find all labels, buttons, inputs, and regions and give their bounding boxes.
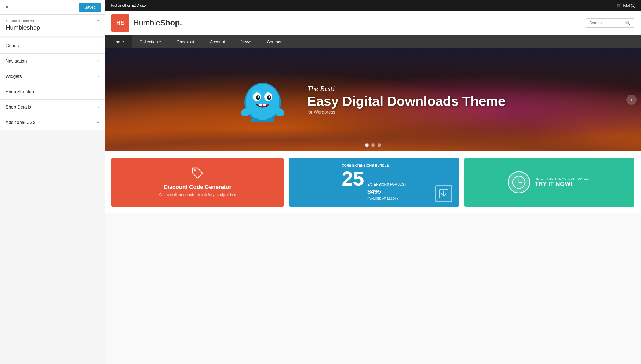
customizer-label: REAL-TIME THEME CUSTOMIZER	[535, 177, 591, 180]
customizing-title: Humbleshop	[6, 24, 99, 31]
extensions-badge: CORE EXTENSIONS BUNDLE	[342, 164, 406, 167]
nav-item-account[interactable]: Account	[202, 35, 233, 48]
product-card-extensions[interactable]: CORE EXTENSIONS BUNDLE 25 EXTENSIONS FOR…	[289, 158, 459, 207]
nav-item-home[interactable]: Home	[105, 35, 132, 48]
products-section: Discount Code Generator Generate discoun…	[105, 151, 641, 213]
menu-item-label: Navigation	[6, 59, 27, 64]
cart-info[interactable]: 🛒 Total (1)	[616, 3, 635, 8]
extensions-info: EXTENSIONS FOR JUST $495 ( valued at $2,…	[367, 182, 406, 201]
logo-container: HS HumbleShop.	[111, 14, 182, 32]
product-card-discount[interactable]: Discount Code Generator Generate discoun…	[111, 158, 284, 207]
menu-item-label: Shop Structure	[6, 89, 35, 94]
svg-point-1	[246, 84, 279, 120]
card-description: Generate discount codes in bulk for your…	[159, 193, 236, 197]
nav-label: Collection	[139, 39, 158, 44]
customizing-label: You are customizing ▾	[6, 19, 99, 23]
svg-point-7	[258, 96, 259, 98]
customizer-text: REAL-TIME THEME CUSTOMIZER TRY IT NOW!	[535, 177, 591, 188]
hero-subtitle: for Wordpress	[307, 110, 506, 115]
hero-tagline: The Best!	[307, 85, 506, 93]
menu-item-label: Widgets	[6, 74, 22, 79]
chevron-right-icon: ›	[98, 90, 99, 94]
search-box[interactable]: 🔍	[586, 18, 634, 28]
site-topbar: Just another EDD site 🛒 Total (1)	[105, 0, 641, 11]
svg-point-6	[267, 95, 271, 100]
hero-content: The Best! Easy Digital Downloads Theme f…	[224, 72, 523, 128]
card-title: Discount Code Generator	[164, 184, 231, 190]
nav-item-checkout[interactable]: Checkout	[169, 35, 202, 48]
chevron-down-icon: ▾	[97, 59, 99, 63]
slider-dots	[365, 143, 381, 147]
nav-label: Contact	[267, 39, 281, 44]
site-title: Just another EDD site	[110, 3, 146, 8]
nav-label: Account	[210, 39, 225, 44]
site-preview: Just another EDD site 🛒 Total (1) HS Hum…	[105, 0, 641, 364]
nav-label: Checkout	[177, 39, 194, 44]
menu-item-additional-css[interactable]: Additional CSS ▾	[0, 115, 105, 130]
menu-item-label: Shop Details	[6, 105, 31, 110]
hero-text: The Best! Easy Digital Downloads Theme f…	[307, 85, 506, 115]
hero-title: Easy Digital Downloads Theme	[307, 94, 506, 109]
nav-item-news[interactable]: News	[233, 35, 259, 48]
logo-text-part2: Shop.	[160, 18, 182, 27]
site-nav: Home Collection ▾ Checkout Account News …	[105, 35, 641, 48]
chevron-right-icon: ›	[98, 105, 99, 109]
tag-icon	[191, 167, 204, 182]
svg-point-15	[194, 169, 196, 171]
chevron-down-icon: ▾	[97, 120, 99, 125]
menu-item-navigation[interactable]: Navigation ▾	[0, 54, 105, 69]
logo-text-part1: Humble	[133, 18, 160, 27]
svg-rect-9	[259, 104, 262, 106]
customizer-panel: × Saved You are customizing ▾ Humbleshop…	[0, 0, 105, 364]
nav-item-contact[interactable]: Contact	[259, 35, 289, 48]
menu-item-general[interactable]: General ›	[0, 38, 105, 54]
search-input[interactable]	[589, 21, 623, 25]
menu-item-label: General	[6, 43, 22, 48]
dropdown-arrow-icon: ▾	[159, 40, 161, 44]
chevron-right-icon: ›	[98, 74, 99, 79]
menu-item-label: Additional CSS	[6, 120, 36, 125]
product-card-customizer[interactable]: REAL-TIME THEME CUSTOMIZER TRY IT NOW!	[464, 158, 634, 207]
slider-dot-1[interactable]	[365, 143, 369, 147]
extensions-price: $495	[367, 187, 406, 196]
site-header: HS HumbleShop. 🔍	[105, 11, 641, 35]
logo-icon[interactable]: HS	[111, 14, 129, 32]
nav-label: Home	[113, 39, 124, 44]
chevron-down-icon[interactable]: ▾	[97, 19, 99, 23]
download-icon-box	[435, 185, 452, 202]
monster-svg	[240, 72, 285, 122]
nav-label: News	[241, 39, 251, 44]
chevron-right-icon: ›	[98, 44, 99, 48]
hero-slider: The Best! Easy Digital Downloads Theme f…	[105, 48, 641, 151]
hero-mascot	[240, 72, 296, 128]
top-bar: × Saved	[0, 0, 105, 15]
saved-button[interactable]: Saved	[79, 3, 101, 12]
extensions-count: 25	[342, 169, 364, 189]
search-icon[interactable]: 🔍	[625, 20, 631, 26]
extensions-label: EXTENSIONS FOR JUST	[367, 182, 406, 187]
menu-item-shop-structure[interactable]: Shop Structure ›	[0, 84, 105, 100]
customizing-section: You are customizing ▾ Humbleshop	[0, 15, 105, 36]
site-content: Just another EDD site 🛒 Total (1) HS Hum…	[105, 0, 641, 364]
nav-item-collection[interactable]: Collection ▾	[132, 35, 169, 48]
menu-item-widgets[interactable]: Widgets ›	[0, 69, 105, 84]
svg-point-5	[256, 95, 260, 100]
menu-item-shop-details[interactable]: Shop Details ›	[0, 100, 105, 115]
slider-next-button[interactable]: ›	[626, 95, 637, 105]
extensions-valued: ( valued at $2,230 )	[367, 196, 406, 201]
slider-dot-3[interactable]	[378, 143, 381, 147]
clock-icon	[508, 171, 530, 193]
logo-text: HumbleShop.	[133, 18, 182, 27]
svg-point-8	[269, 96, 270, 98]
slider-dot-2[interactable]	[371, 143, 375, 147]
close-button[interactable]: ×	[3, 3, 11, 11]
customizer-cta: TRY IT NOW!	[535, 180, 591, 188]
cart-icon: 🛒	[616, 3, 621, 8]
customizer-menu: General › Navigation ▾ Widgets › Shop St…	[0, 38, 105, 130]
cart-text: Total (1)	[622, 3, 635, 8]
svg-rect-10	[263, 104, 266, 106]
